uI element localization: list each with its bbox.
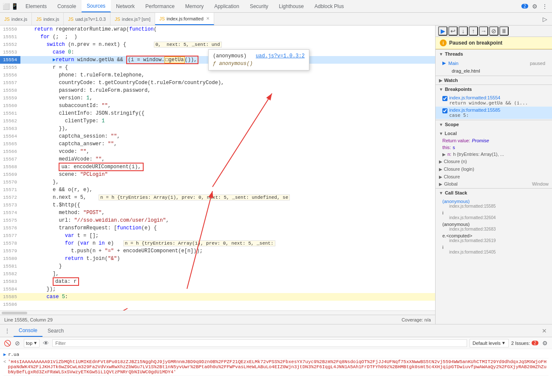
- tab-lighthouse[interactable]: Lighthouse: [274, 0, 309, 12]
- top-toolbar: ⬜ 📱 Elements Console Sources Network Per…: [0, 0, 552, 13]
- log-levels-dropdown[interactable]: Default levels ▼: [470, 339, 509, 347]
- inspect-icon[interactable]: ⬜: [3, 3, 9, 10]
- scope-section: ▼ Scope ▼ Local Return value: Promise th…: [436, 120, 552, 188]
- context-selector[interactable]: top ▼: [24, 339, 40, 347]
- callstack-item-1[interactable]: i index.js:formatted:32604: [436, 209, 552, 221]
- step-btn[interactable]: →: [479, 26, 488, 36]
- console-tab-search[interactable]: Search: [42, 324, 69, 337]
- main-tabs: Elements Console Sources Network Perform…: [20, 0, 518, 12]
- code-line-15561: 15561 clientInfo: JSON.stringify({: [0, 110, 435, 117]
- code-editor: (anonymous) uad.js?v=1.0.3:2 ƒ anonymous…: [0, 25, 435, 324]
- code-line-15585: 15585 case 5:: [0, 293, 435, 301]
- file-tabs-more-icon[interactable]: ▷: [541, 15, 549, 23]
- device-icon[interactable]: 📱: [11, 3, 18, 10]
- levels-chevron: ▼: [501, 341, 506, 345]
- eye-icon[interactable]: 👁: [42, 339, 50, 347]
- code-line-15586: 15586: [0, 301, 435, 308]
- tab-sources[interactable]: Sources: [82, 0, 111, 12]
- devtools-left-icons: ⬜ 📱: [0, 3, 20, 10]
- scope-n[interactable]: ▶ n: h {tryEntries: Array(1), ...: [436, 151, 552, 158]
- scope-closure-login-header[interactable]: ▶ Closure (login): [436, 165, 552, 173]
- file-tab-5[interactable]: JS index.js:formatted ✕: [155, 13, 214, 25]
- code-line-15562: 15562 clientType: 1: [0, 117, 435, 125]
- file-tab-2[interactable]: JS index.js: [32, 13, 64, 25]
- tab-performance[interactable]: Performance: [140, 0, 180, 12]
- step-out-btn[interactable]: ↑: [469, 26, 478, 36]
- close-bottom-panel-btn[interactable]: ✕: [540, 327, 549, 334]
- console-filter-input[interactable]: [52, 339, 467, 347]
- horiz-scroll-thumb[interactable]: [2, 312, 27, 314]
- scope-global-header[interactable]: ▶ Global Window: [436, 180, 552, 187]
- code-line-15552: 15552 switch (n.prev = n.next) { 0, next…: [0, 41, 435, 48]
- file-tabs-right: ▷: [538, 15, 552, 23]
- console-value-text: 'H4sIAAAAAAAAA91ViZbMQhtiUMIKEdnFVt8Pu01…: [8, 359, 549, 375]
- file-tab-3[interactable]: JS uad.js?v=1.0.3: [64, 13, 110, 25]
- tab-security[interactable]: Security: [245, 0, 274, 12]
- callstack-header[interactable]: ▼ Call Stack: [436, 189, 552, 197]
- callstack-item-4[interactable]: i index.js:formatted:15405: [436, 244, 552, 255]
- scope-closure-n-header[interactable]: ▶ Closure (n): [436, 158, 552, 165]
- watch-header[interactable]: ▶ Watch: [436, 76, 552, 85]
- scope-local-header[interactable]: ▼ Local: [436, 130, 552, 137]
- tooltip-link[interactable]: uad.js?v=1.0.3:2: [256, 53, 305, 59]
- step-into-btn[interactable]: ↓: [459, 26, 468, 36]
- more-icon[interactable]: ⋮: [541, 3, 549, 10]
- threads-header[interactable]: ▼ Threads: [436, 50, 552, 58]
- breakpoint-1-checkbox[interactable]: [442, 96, 447, 101]
- dont-pause-btn[interactable]: ⏸: [499, 26, 509, 36]
- bottom-console: ⋮ Console Search ✕ 🚫 ⊘ top ▼ 👁 Default l…: [0, 324, 552, 392]
- tab-console[interactable]: Console: [52, 0, 82, 12]
- thread-main[interactable]: ▶ Main paused: [436, 59, 552, 67]
- issues-badge[interactable]: 2 Issues: 2: [511, 341, 538, 346]
- code-line-15559: 15559 version: 1,: [0, 94, 435, 102]
- breakpoint-2[interactable]: index.js:formatted:15585 case 5:: [436, 107, 552, 119]
- callstack-item-2[interactable]: (anonymous) index.js:formatted:32683: [436, 221, 552, 232]
- horizontal-scrollbar[interactable]: [0, 310, 435, 315]
- breakpoint-2-checkbox[interactable]: [442, 108, 447, 113]
- main-content: (anonymous) uad.js?v=1.0.3:2 ƒ anonymous…: [0, 25, 552, 324]
- scope-chevron: ▼: [439, 122, 443, 127]
- scope-closure-header[interactable]: ▶ Closure: [436, 173, 552, 180]
- breakpoint-1[interactable]: index.js:formatted:15554 return window.g…: [436, 94, 552, 107]
- step-over-btn[interactable]: ↩: [448, 26, 458, 36]
- breakpoints-header[interactable]: ▼ Breakpoints: [436, 85, 552, 93]
- tooltip-fn: (anonymous) uad.js?v=1.0.3:2: [213, 52, 305, 60]
- callstack-item-0[interactable]: (anonymous) index.js:formatted:15585: [436, 198, 552, 209]
- file-tab-icon-1: JS: [4, 17, 10, 22]
- context-chevron: ▼: [33, 341, 37, 345]
- svg-line-3: [64, 308, 127, 310]
- file-tab-icon-2: JS: [36, 17, 42, 22]
- file-tab-icon-3: JS: [68, 17, 74, 22]
- settings-icon[interactable]: ⚙: [531, 3, 538, 10]
- tab-network[interactable]: Network: [111, 0, 140, 12]
- tab-elements[interactable]: Elements: [20, 0, 52, 12]
- console-row-rua: ▶ r.ua: [3, 351, 549, 358]
- file-tab-1[interactable]: JS index.js: [0, 13, 32, 25]
- threads-chevron: ▼: [439, 52, 443, 56]
- callstack-item-3[interactable]: e.<computed> index.js:formatted:32619: [436, 232, 552, 244]
- code-line-15577: 15577 var t = [];: [0, 232, 435, 240]
- file-tab-close-5[interactable]: ✕: [206, 16, 209, 21]
- scope-this: this: s: [436, 144, 552, 151]
- console-tabs-bar: ⋮ Console Search ✕: [0, 324, 552, 337]
- paused-banner: i Paused on breakpoint: [436, 37, 552, 49]
- file-tab-4[interactable]: JS index.js? [sm]: [110, 13, 155, 25]
- code-scroll[interactable]: (anonymous) uad.js?v=1.0.3:2 ƒ anonymous…: [0, 25, 435, 310]
- deactivate-btn[interactable]: ⊘: [489, 26, 498, 36]
- console-expand-arrow[interactable]: ▶: [3, 352, 6, 357]
- console-tab-console[interactable]: Console: [14, 324, 42, 337]
- code-line-15576: 15576 transformRequest: [function(e) {: [0, 224, 435, 232]
- tab-memory[interactable]: Memory: [180, 0, 209, 12]
- resume-btn[interactable]: ▶: [438, 26, 447, 36]
- thread-drag-ele[interactable]: drag_ele.html: [436, 67, 552, 75]
- code-line-15551: 15551 for (; ; ): [0, 33, 435, 41]
- tab-application[interactable]: Application: [209, 0, 245, 12]
- console-filter-toggle[interactable]: ⊘: [14, 339, 21, 347]
- tab-adblockplus[interactable]: Adblock Plus: [309, 0, 349, 12]
- code-line-15580: 15580 return t.join("&"): [0, 255, 435, 262]
- clear-console-btn[interactable]: 🚫: [3, 339, 11, 347]
- console-settings-icon[interactable]: ⚙: [541, 339, 549, 347]
- code-line-15556: 15556 phone: t.ruleForm.telephone,: [0, 71, 435, 79]
- console-more-icon[interactable]: ⋮: [3, 327, 11, 335]
- scope-header[interactable]: ▼ Scope: [436, 120, 552, 129]
